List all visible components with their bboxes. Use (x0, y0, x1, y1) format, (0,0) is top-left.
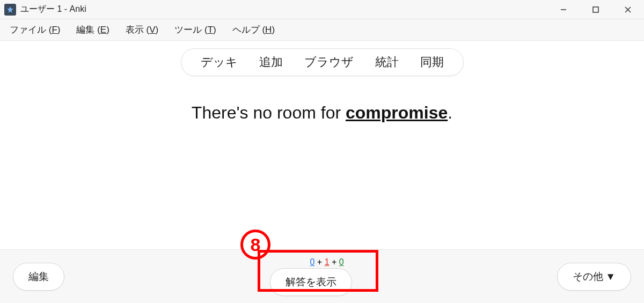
menu-help[interactable]: ヘルプ (H) (228, 21, 279, 38)
window-title: ユーザー 1 - Anki (20, 4, 86, 15)
menu-tools-label: ツール (174, 25, 202, 35)
main-toolbar: デッキ 追加 ブラウザ 統計 同期 (181, 48, 464, 76)
card-prefix: There's no room for (192, 103, 346, 122)
window-controls (547, 0, 644, 19)
chevron-down-icon: ▼ (605, 271, 616, 282)
anki-app-icon (4, 4, 16, 16)
more-button-label: その他 (573, 271, 603, 282)
menu-edit-mnemonic: E (100, 25, 106, 35)
edit-button[interactable]: 編集 (13, 263, 64, 291)
menu-edit[interactable]: 編集 (E) (72, 21, 113, 38)
count-learn: 1 (325, 257, 330, 267)
menu-tools-mnemonic: T (208, 25, 213, 35)
menu-view[interactable]: 表示 (V) (121, 21, 163, 38)
toolbar-browse[interactable]: ブラウザ (304, 54, 354, 70)
menu-view-mnemonic: V (149, 25, 155, 35)
toolbar-decks[interactable]: デッキ (201, 54, 238, 70)
menu-tools[interactable]: ツール (T) (170, 21, 220, 38)
toolbar-stats[interactable]: 統計 (375, 54, 399, 70)
card-counts: 0 + 1 + 0 (310, 257, 344, 267)
menu-file-label: ファイル (10, 25, 46, 35)
menu-file-mnemonic: F (52, 25, 57, 35)
minimize-button[interactable] (547, 0, 580, 19)
more-button[interactable]: その他▼ (557, 263, 631, 291)
menu-help-label: ヘルプ (232, 25, 260, 35)
card-suffix: . (448, 103, 452, 122)
show-answer-button[interactable]: 解答を表示 (270, 268, 352, 296)
toolbar-add[interactable]: 追加 (259, 54, 283, 70)
close-button[interactable] (612, 0, 644, 19)
card-front-text: There's no room for compromise. (0, 103, 644, 123)
menu-edit-label: 編集 (76, 25, 94, 35)
toolbar-sync[interactable]: 同期 (420, 54, 444, 70)
svg-marker-0 (7, 6, 13, 13)
bottom-bar: 編集 0 + 1 + 0 解答を表示 その他▼ (0, 249, 644, 303)
svg-rect-2 (593, 7, 598, 12)
card-underlined-word: compromise (346, 103, 448, 122)
count-review: 0 (339, 257, 344, 267)
card-area: There's no room for compromise. (0, 103, 644, 123)
menu-view-label: 表示 (126, 25, 144, 35)
count-sep2: + (330, 257, 339, 267)
window-titlebar: ユーザー 1 - Anki (0, 0, 644, 19)
toolbar-row: デッキ 追加 ブラウザ 統計 同期 (0, 48, 644, 76)
menubar: ファイル (F) 編集 (E) 表示 (V) ツール (T) ヘルプ (H) (0, 19, 644, 41)
maximize-button[interactable] (580, 0, 612, 19)
titlebar-left: ユーザー 1 - Anki (4, 4, 86, 16)
count-sep1: + (314, 257, 324, 267)
center-group: 0 + 1 + 0 解答を表示 (270, 257, 352, 296)
menu-help-mnemonic: H (265, 25, 272, 35)
menu-file[interactable]: ファイル (F) (5, 21, 64, 38)
